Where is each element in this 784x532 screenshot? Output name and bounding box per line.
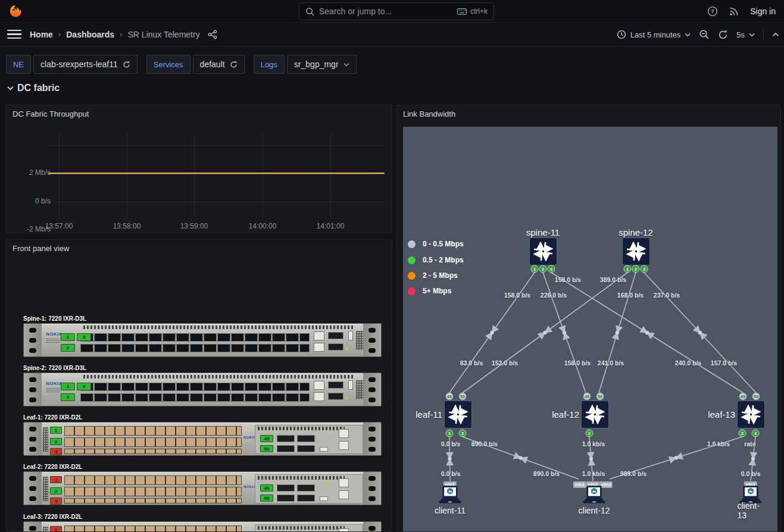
port-status-badge: 49 <box>260 435 273 442</box>
x-axis-tick: 14:00:00 <box>249 222 277 230</box>
rack-ear <box>24 522 42 532</box>
node-leaf-13[interactable] <box>738 401 764 428</box>
device-leaf-1: 1 2 3 NOKIA 49 50 <box>23 422 382 456</box>
series-line-throughput <box>48 173 385 174</box>
legend-label: 0 - 0.5 Mbps <box>423 240 464 248</box>
panel-title[interactable]: DC Fabric Throughput <box>13 109 89 118</box>
panel-title[interactable]: Front panel view <box>13 244 69 253</box>
shortcut-label: ctrl+k <box>470 7 488 15</box>
link-label: 158.0 b/s <box>504 292 530 299</box>
nokia-brand: NOKIA <box>46 331 63 337</box>
share-icon[interactable] <box>208 30 217 39</box>
vent-grid <box>356 331 363 350</box>
breadcrumb-home[interactable]: Home <box>30 30 53 39</box>
usb-port <box>348 380 353 390</box>
x-axis-tick: 13:58:00 <box>113 222 141 230</box>
port-bank <box>80 393 310 402</box>
sfp-slot <box>328 393 343 400</box>
search-shortcut: ctrl+k <box>457 7 488 15</box>
mgmt-port <box>314 392 324 401</box>
refresh-interval-label: 5s <box>736 30 745 39</box>
section-dc-fabric[interactable]: DC fabric <box>7 83 60 93</box>
legend-color-dot <box>408 272 416 280</box>
menu-toggle-button[interactable] <box>7 27 21 42</box>
grafana-logo[interactable] <box>8 4 23 18</box>
topology-canvas: 0 - 0.5 Mbps 0.5 - 2 Mbps 2 - 5 Mbps 5+ … <box>403 127 777 532</box>
chevron-down-icon <box>343 62 349 67</box>
rack-ear <box>363 522 381 532</box>
device-label: Leaf-2: 7220 IXR-D2L <box>23 464 82 470</box>
news-rss-icon[interactable] <box>729 6 739 17</box>
vent-strip <box>258 476 345 480</box>
port-badge: 2 <box>586 430 594 437</box>
legend-item: 0.5 - 2 Mbps <box>408 256 464 264</box>
legend-item: 0 - 0.5 Mbps <box>408 240 464 248</box>
port-bank <box>80 383 310 391</box>
refresh-icon[interactable] <box>718 30 728 40</box>
breadcrumb: Home › Dashboards › SR Linux Telemetry <box>30 30 217 39</box>
port-bank <box>64 525 242 532</box>
link-label: 0.0 b/s <box>441 440 461 447</box>
port-badge: 1 <box>446 430 454 437</box>
legend-color-dot <box>408 287 416 295</box>
usb-port <box>320 447 328 452</box>
collapse-up-icon[interactable] <box>772 32 779 37</box>
port-status-badge: 3 <box>77 383 91 390</box>
right-panel <box>255 524 363 532</box>
y-axis-tick: 0 b/s <box>15 197 51 205</box>
x-axis-tick: 13:59:00 <box>180 222 208 230</box>
help-icon[interactable]: ? <box>707 6 718 17</box>
node-spine-11[interactable] <box>530 238 557 265</box>
link-label: 237.0 b/s <box>654 292 680 299</box>
refresh-interval-picker[interactable]: 5s <box>736 30 755 39</box>
port-status-badge: 2 <box>61 344 75 352</box>
link-label: 152.0 b/s <box>492 359 518 367</box>
node-client-11[interactable] <box>436 485 464 508</box>
zoom-out-icon[interactable] <box>699 29 710 40</box>
variable-services-label[interactable]: Services <box>146 55 190 74</box>
dashboard-toolbar: Home › Dashboards › SR Linux Telemetry L… <box>0 23 784 46</box>
breadcrumb-separator: › <box>58 30 61 39</box>
port-badge: 3 <box>548 265 555 273</box>
qsfp-slot <box>297 445 315 452</box>
port-bank <box>64 487 242 496</box>
variable-services-value[interactable]: default <box>193 55 245 74</box>
rack-ear <box>24 324 42 356</box>
node-leaf-12[interactable] <box>582 401 608 428</box>
search-bar[interactable]: ctrl+k <box>299 2 494 20</box>
switch-arrows-icon <box>530 238 557 265</box>
link-label: 0.0 b/s <box>741 470 761 477</box>
legend-color-dot <box>408 256 416 264</box>
node-label-leaf-11: leaf-11 <box>416 409 442 420</box>
panel-title[interactable]: Link Bandwidth <box>403 109 455 118</box>
variable-logs-label[interactable]: Logs <box>254 55 285 74</box>
breadcrumb-dashboards[interactable]: Dashboards <box>66 30 114 39</box>
link-label: 158.0 b/s <box>564 359 591 367</box>
variable-ne-label[interactable]: NE <box>6 55 31 74</box>
device-spine-2: NOKIA 1 3 2 <box>23 373 382 406</box>
switch-arrows-icon <box>445 401 471 428</box>
variable-logs-value[interactable]: sr_bgp_mgr <box>287 55 357 74</box>
node-client-12[interactable] <box>580 485 608 508</box>
vent-grid <box>43 427 48 452</box>
rack-ear <box>363 373 381 406</box>
port-status-badge: 2 <box>61 393 75 401</box>
usb-port <box>320 496 328 501</box>
time-range-picker[interactable]: Last 5 minutes <box>617 30 691 39</box>
port-bank <box>64 475 242 485</box>
search-input[interactable] <box>319 7 452 16</box>
port-badge: 1 <box>531 265 539 273</box>
vent-grid <box>43 477 48 501</box>
sign-in-button[interactable]: Sign in <box>750 7 776 16</box>
gridline <box>263 133 263 218</box>
panel-dc-fabric-throughput: DC Fabric Throughput 2 Mb/s 0 b/s -2 Mb/… <box>6 105 392 233</box>
port-badge: 2 <box>459 430 467 437</box>
variable-ne-value[interactable]: clab-srexperts-leaf11 <box>33 55 138 74</box>
node-spine-12[interactable] <box>623 238 649 265</box>
time-range-label: Last 5 minutes <box>630 30 681 39</box>
x-axis-tick: 14:01:00 <box>317 222 345 230</box>
port-badge: 3 <box>641 265 648 273</box>
port-badge: 50 <box>596 393 604 400</box>
rack-ear <box>24 373 42 406</box>
node-leaf-11[interactable] <box>445 401 471 428</box>
